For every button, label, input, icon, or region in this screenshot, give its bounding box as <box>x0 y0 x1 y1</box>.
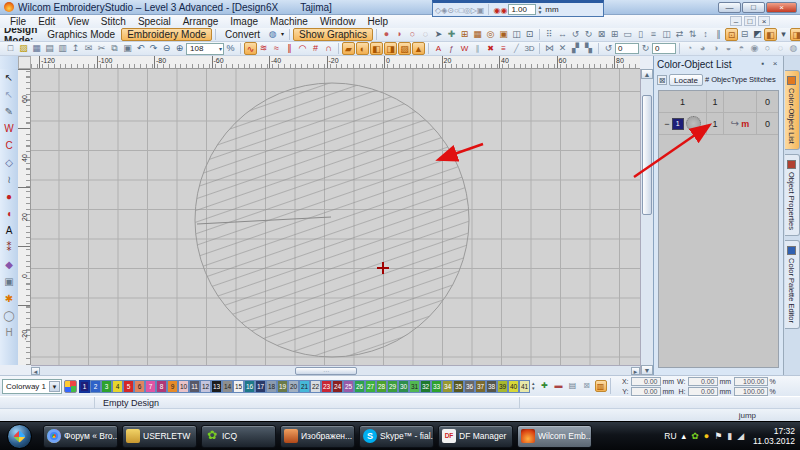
graphics-mode-button[interactable]: Graphics Mode <box>41 28 121 41</box>
scale-x-input[interactable]: 100.00 <box>734 377 768 386</box>
design-summary-row[interactable]: 1 1 0 <box>659 91 778 113</box>
machine-fn-9-icon[interactable]: ◍ <box>787 42 800 55</box>
x-input[interactable]: 0.00 <box>631 377 661 386</box>
color-swatch[interactable]: 9 <box>167 380 178 393</box>
monogram-tool[interactable]: C <box>2 139 17 153</box>
color-swatch[interactable]: 18 <box>266 380 277 393</box>
task-icq[interactable]: ✿ICQ <box>201 425 276 448</box>
team-names-tool[interactable]: ⁑ <box>2 241 17 255</box>
remove-color-icon[interactable]: ▬ <box>553 380 565 392</box>
measure-tool[interactable]: ✎ <box>2 105 17 119</box>
color-swatch[interactable]: 38 <box>486 380 497 393</box>
color-swatch[interactable]: 26 <box>354 380 365 393</box>
snap-intersect-icon[interactable]: ▣ <box>477 6 485 15</box>
branch-icon[interactable]: ∥ <box>712 28 725 41</box>
lettering-vertical-icon[interactable]: ∥ <box>471 42 484 55</box>
fill-gradient-icon[interactable]: ▲ <box>412 42 425 55</box>
task-image-viewer[interactable]: Изображен... <box>280 425 355 448</box>
color-swatch[interactable]: 16 <box>244 380 255 393</box>
three-d-icon[interactable]: 3D <box>523 42 536 55</box>
run-stitch-icon[interactable]: ∿ <box>244 42 257 55</box>
task-df-manager[interactable]: DFDF Manager <box>438 425 513 448</box>
rotate-value-icon[interactable]: ↺ <box>602 42 615 55</box>
stretch-icon[interactable]: ↕ <box>699 28 712 41</box>
color-swatch[interactable]: 23 <box>321 380 332 393</box>
undo-icon[interactable]: ↶ <box>134 42 147 55</box>
color-swatch[interactable]: 13 <box>211 380 222 393</box>
collapse-all-button[interactable]: ⊠ <box>657 75 667 85</box>
export-machine-icon[interactable]: ↥ <box>69 42 82 55</box>
send-email-icon[interactable]: ✉ <box>82 42 95 55</box>
horizontal-scrollbar[interactable]: ◄ ⋯ ► <box>31 365 640 375</box>
print-preview-icon[interactable]: ▥ <box>56 42 69 55</box>
machine-fn-7-icon[interactable]: ○ <box>761 42 774 55</box>
arc-tool[interactable]: ◖ <box>2 207 17 221</box>
snap-point-icon[interactable]: ⊙ <box>447 6 454 15</box>
tab-object-properties[interactable]: Object Properties <box>785 154 800 236</box>
h-input[interactable]: 0.00 <box>688 387 718 396</box>
satin-stitch-icon[interactable]: ≋ <box>257 42 270 55</box>
color-swatch[interactable]: 41 <box>519 380 530 393</box>
machine-fn-4-icon[interactable]: ◒ <box>722 42 735 55</box>
color-swatch[interactable]: 10 <box>178 380 189 393</box>
select-tool[interactable]: ↖ <box>2 71 17 85</box>
color-swatch[interactable]: 28 <box>376 380 387 393</box>
color-swatch[interactable]: 31 <box>409 380 420 393</box>
fill-satin-icon[interactable]: ▰ <box>342 42 355 55</box>
freehand-shape-icon[interactable]: ◌ <box>419 28 432 41</box>
copy-icon[interactable]: ⧉ <box>108 42 121 55</box>
kerning-icon[interactable]: ╱ <box>510 42 523 55</box>
tray-battery-icon[interactable]: ▮ <box>727 431 732 441</box>
zigzag-stitch-icon[interactable]: ∥ <box>283 42 296 55</box>
slow-redraw-icon[interactable]: ◩ <box>751 28 764 41</box>
hoop-icon[interactable]: ◎ <box>484 28 497 41</box>
color-swatch[interactable]: 20 <box>288 380 299 393</box>
machine-fn-5-icon[interactable]: ◓ <box>735 42 748 55</box>
skew-value-icon[interactable]: ↻ <box>639 42 652 55</box>
rotate-cw-icon[interactable]: ↻ <box>582 28 595 41</box>
scroll-right-arrow[interactable]: ► <box>631 367 640 375</box>
tray-network-icon[interactable]: ◢ <box>737 431 744 441</box>
task-folder[interactable]: USERLETW <box>122 425 197 448</box>
menu-file[interactable]: File <box>4 16 32 27</box>
fill-tatami-icon[interactable]: ◐ <box>356 42 369 55</box>
color-swatch[interactable]: 14 <box>222 380 233 393</box>
scroll-down-arrow[interactable]: ▼ <box>641 365 653 375</box>
mdi-restore-button[interactable]: □ <box>744 16 756 26</box>
horizontal-scroll-thumb[interactable]: ⋯ <box>295 367 357 375</box>
object-type-run-icon[interactable]: ↪ <box>731 118 739 129</box>
fill-motif-icon[interactable]: ▨ <box>398 42 411 55</box>
flexi-split-tool[interactable]: ◆ <box>2 258 17 272</box>
minimize-button[interactable]: — <box>718 2 741 13</box>
scroll-up-arrow[interactable]: ▲ <box>641 69 653 79</box>
color-swatch[interactable]: 3 <box>101 380 112 393</box>
print-colorway-icon[interactable]: ▤ <box>567 380 579 392</box>
digitize-run-tool[interactable]: ≀ <box>2 173 17 187</box>
maximize-button[interactable]: □ <box>742 2 765 13</box>
color-swatch[interactable]: 15 <box>233 380 244 393</box>
snap-distance-input[interactable]: 1.00 <box>508 4 536 15</box>
object-color-swatch[interactable]: 1 <box>672 118 684 130</box>
color-swatch[interactable]: 34 <box>442 380 453 393</box>
machine-fn-3-icon[interactable]: ◑ <box>709 42 722 55</box>
measure-box-icon[interactable]: ⊡ <box>523 28 536 41</box>
color-swatch[interactable]: 12 <box>200 380 211 393</box>
skew-angle-input[interactable]: 0 <box>652 43 676 54</box>
zoom-dropdown-arrow[interactable]: ▾ <box>219 45 222 52</box>
pin-icon[interactable]: ✚ <box>445 28 458 41</box>
vertical-scrollbar[interactable]: ▲ ▼ <box>640 69 653 375</box>
menu-special[interactable]: Special <box>132 16 177 27</box>
stitch-player-icon[interactable]: ⊟ <box>738 28 751 41</box>
select-dots-icon[interactable]: ⠿ <box>543 28 556 41</box>
snap-center-icon[interactable]: ◎ <box>464 6 471 15</box>
e-stitch-icon[interactable]: ◠ <box>296 42 309 55</box>
zoom-factor-combo[interactable]: 108 ▾ <box>186 43 224 55</box>
pointer-digitize-icon[interactable]: ➤ <box>432 28 445 41</box>
task-wilcom[interactable]: Wilcom Emb... <box>517 425 592 448</box>
mdi-close-button[interactable]: × <box>758 16 770 26</box>
auto-start-end-icon[interactable]: ⊡ <box>725 28 738 41</box>
title-bar[interactable]: Wilcom EmbroideryStudio – Level 3 Advanc… <box>0 0 800 15</box>
menu-image[interactable]: Image <box>224 16 264 27</box>
color-swatch[interactable]: 25 <box>343 380 354 393</box>
color-swatch[interactable]: 11 <box>189 380 200 393</box>
